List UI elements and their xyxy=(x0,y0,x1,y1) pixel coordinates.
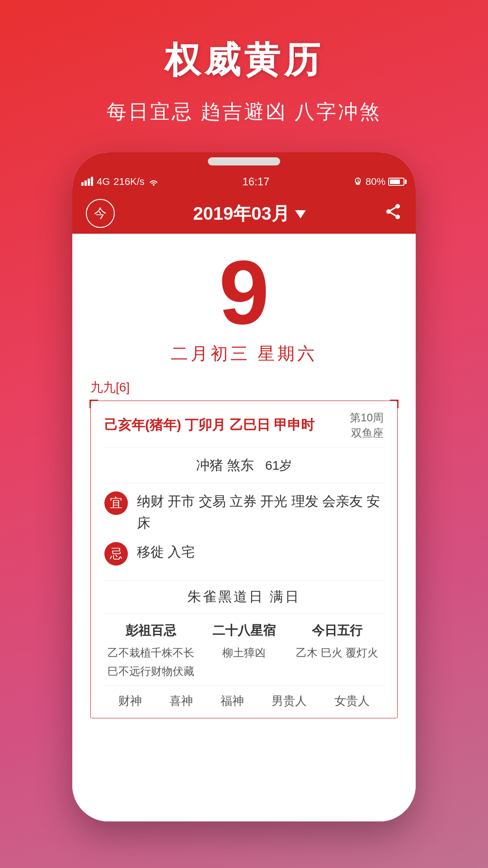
info-box: 己亥年(猪年) 丁卯月 乙巳日 甲申时 第10周 双鱼座 冲猪 煞东 61岁 xyxy=(90,401,398,718)
label-fusheng: 福神 xyxy=(221,693,244,709)
label-xisheng: 喜神 xyxy=(169,693,193,709)
label-caisheng: 财神 xyxy=(118,693,142,709)
dropdown-arrow-icon xyxy=(295,210,306,218)
lunar-date: 二月初三 星期六 xyxy=(171,342,318,365)
ji-badge: 忌 xyxy=(104,542,128,566)
phone-frame: 4G 216K/s 16:17 80% xyxy=(72,152,416,821)
chong-text: 冲猪 煞东 xyxy=(196,458,254,472)
month-selector[interactable]: 2019年03月 xyxy=(193,201,305,226)
ji-label: 忌 xyxy=(110,545,122,562)
col1-title: 彭祖百忌 xyxy=(104,622,197,639)
col-wuxing: 今日五行 乙木 巳火 覆灯火 xyxy=(291,622,384,681)
age-text: 61岁 xyxy=(265,458,292,472)
share-icon xyxy=(384,203,402,221)
col2-title: 二十八星宿 xyxy=(197,622,291,639)
share-button[interactable] xyxy=(384,203,402,225)
app-background: 权威黄历 每日宜忌 趋吉避凶 八字冲煞 4G 216K/s 16:1 xyxy=(0,0,488,868)
col3-content: 乙木 巳火 覆灯火 xyxy=(291,644,384,662)
app-subtitle: 每日宜忌 趋吉避凶 八字冲煞 xyxy=(107,99,381,125)
app-title: 权威黄历 xyxy=(164,36,324,85)
day-number: 9 xyxy=(219,247,269,338)
signal-icon xyxy=(81,178,93,186)
week-zodiac: 第10周 双鱼座 xyxy=(350,410,384,440)
battery-pct: 80% xyxy=(366,176,385,188)
col1-content: 乙不栽植千株不长巳不远行财物伏藏 xyxy=(104,644,197,681)
alarm-icon xyxy=(353,177,363,187)
yi-ji-section: 宜 纳财 开市 交易 立券 开光 理发 会亲友 安床 忌 移徙 入宅 xyxy=(104,483,384,580)
yi-label: 宜 xyxy=(110,495,122,512)
svg-line-4 xyxy=(390,207,395,210)
svg-point-2 xyxy=(395,214,400,219)
ji-content: 移徙 入宅 xyxy=(137,541,384,563)
col-pengzu: 彭祖百忌 乙不栽植千株不长巳不远行财物伏藏 xyxy=(104,622,197,681)
ganzhi-row: 己亥年(猪年) 丁卯月 乙巳日 甲申时 第10周 双鱼座 xyxy=(104,410,384,448)
info-section: 九九[6] 己亥年(猪年) 丁卯月 乙巳日 甲申时 第10周 双鱼座 冲猪 煞东 xyxy=(90,379,398,718)
svg-point-1 xyxy=(386,209,391,214)
today-button[interactable]: 今 xyxy=(86,199,115,228)
today-label: 今 xyxy=(94,205,107,222)
nine-nine-label: 九九[6] xyxy=(90,379,398,396)
label-nv-guiren: 女贵人 xyxy=(334,693,370,709)
three-columns: 彭祖百忌 乙不栽植千株不长巳不远行财物伏藏 二十八星宿 柳土獐凶 今日五行 乙木… xyxy=(104,614,384,686)
phone-speaker xyxy=(208,157,280,165)
ji-row: 忌 移徙 入宅 xyxy=(104,541,384,566)
wifi-icon xyxy=(148,178,159,186)
col-stars: 二十八星宿 柳土獐凶 xyxy=(197,622,291,681)
signal-label: 4G xyxy=(97,176,110,188)
col2-content: 柳土獐凶 xyxy=(197,644,291,662)
status-time: 16:17 xyxy=(242,175,269,188)
battery-icon xyxy=(388,178,407,186)
label-nan-guiren: 男贵人 xyxy=(272,693,307,709)
yi-row: 宜 纳财 开市 交易 立券 开光 理发 会亲友 安床 xyxy=(104,491,384,534)
status-left: 4G 216K/s xyxy=(81,176,159,188)
app-header: 今 2019年03月 xyxy=(72,193,416,234)
zodiac-label: 双鱼座 xyxy=(350,425,384,441)
yi-content: 纳财 开市 交易 立券 开光 理发 会亲友 安床 xyxy=(137,491,384,534)
black-day-row: 朱雀黑道日 满日 xyxy=(104,580,384,614)
svg-point-0 xyxy=(395,204,400,208)
week-label: 第10周 xyxy=(350,410,384,425)
phone-top xyxy=(72,152,416,170)
month-label: 2019年03月 xyxy=(193,201,289,226)
ganzhi-text: 己亥年(猪年) 丁卯月 乙巳日 甲申时 xyxy=(104,416,314,434)
col3-title: 今日五行 xyxy=(291,622,384,639)
chong-row: 冲猪 煞东 61岁 xyxy=(104,448,384,483)
status-bar: 4G 216K/s 16:17 80% xyxy=(72,170,416,193)
yi-badge: 宜 xyxy=(104,491,128,515)
bottom-labels: 财神 喜神 福神 男贵人 女贵人 xyxy=(104,686,384,709)
status-right: 80% xyxy=(353,176,407,188)
svg-line-3 xyxy=(390,212,395,216)
speed-label: 216K/s xyxy=(113,176,145,188)
main-content: 9 二月初三 星期六 九九[6] 己亥年(猪年) 丁卯月 乙巳日 甲申时 第10… xyxy=(72,234,416,821)
